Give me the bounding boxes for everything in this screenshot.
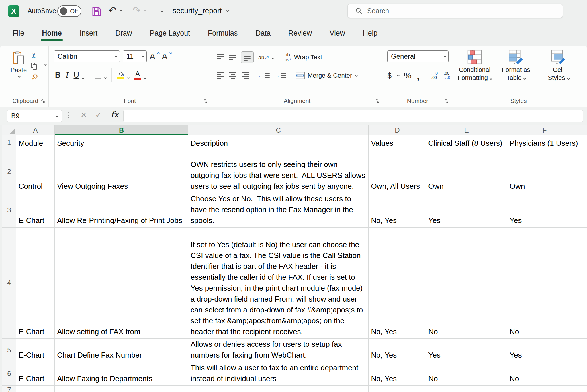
column-header-a[interactable]: A [16, 125, 54, 135]
cell-g3[interactable] [582, 193, 587, 227]
formula-bar-drag-handle[interactable] [68, 112, 69, 118]
cell-b6[interactable]: Allow Faxing to Departments [55, 362, 188, 385]
font-color-button[interactable]: A [134, 70, 146, 80]
tab-page-layout[interactable]: Page Layout [149, 27, 191, 41]
merge-center-button[interactable]: Merge & Center [296, 72, 357, 79]
cell-f3[interactable]: Yes [507, 193, 582, 227]
copy-button[interactable] [31, 63, 37, 70]
row-header-1[interactable]: 1 [2, 135, 16, 150]
cell-b3[interactable]: Allow Re-Printing/Faxing of Print Jobs [55, 193, 188, 227]
column-header-f[interactable]: F [507, 125, 582, 135]
cell-a5[interactable]: E-Chart [16, 338, 54, 362]
column-header-c[interactable]: C [188, 125, 369, 135]
fill-color-button[interactable] [117, 71, 129, 79]
autosave-toggle[interactable]: Off [57, 5, 81, 17]
align-right-button[interactable] [241, 72, 249, 79]
alignment-dialog-launcher[interactable] [375, 99, 380, 104]
excel-logo-icon[interactable]: X [8, 5, 19, 17]
cell-styles-button[interactable]: CellStyles [538, 50, 578, 82]
cell-e1[interactable]: Clinical Staff (8 Users) [426, 135, 507, 150]
underline-button[interactable]: U [74, 71, 84, 80]
align-bottom-button[interactable] [241, 51, 254, 63]
cell-a1[interactable]: Module [16, 135, 54, 150]
cell-d6[interactable]: No, Yes [369, 362, 426, 385]
cell-d7[interactable] [369, 385, 426, 392]
comma-style-button[interactable]: , [417, 72, 420, 79]
cell-e4[interactable]: No [426, 227, 507, 338]
number-dialog-launcher[interactable] [444, 99, 449, 104]
font-name-select[interactable]: Calibri [54, 50, 120, 62]
cell-c5[interactable]: Allows or denies access for users to set… [188, 338, 369, 362]
format-as-table-button[interactable]: Format asTable [496, 50, 536, 82]
increase-font-size-button[interactable]: A [150, 52, 159, 61]
cell-c4[interactable]: If set to Yes (default is No) the user c… [188, 227, 369, 338]
cut-button[interactable]: ✂ [30, 53, 38, 59]
paste-button[interactable]: Paste [10, 51, 28, 79]
bold-button[interactable]: B [55, 71, 61, 80]
align-top-button[interactable] [217, 54, 224, 61]
redo-button[interactable]: ↷ [132, 5, 146, 16]
cell-c7[interactable] [188, 385, 369, 392]
percent-button[interactable]: % [404, 71, 412, 80]
cell-c6[interactable]: This will allow a user to fax to an enti… [188, 362, 369, 385]
column-header-d[interactable]: D [369, 125, 426, 135]
decrease-decimal-button[interactable]: .00→.0 [443, 71, 450, 80]
row-header-6[interactable]: 6 [2, 362, 16, 385]
align-center-button[interactable] [229, 72, 236, 79]
row-header-7[interactable]: 7 [2, 385, 16, 392]
cell-d2[interactable]: Own, All Users [369, 150, 426, 193]
increase-indent-button[interactable]: → [274, 72, 286, 79]
row-header-2[interactable]: 2 [2, 150, 16, 193]
select-all-button[interactable] [2, 125, 16, 135]
cell-g2[interactable] [582, 150, 587, 193]
tab-help[interactable]: Help [362, 27, 378, 41]
formula-input[interactable] [123, 110, 583, 122]
column-header-e[interactable]: E [426, 125, 507, 135]
cell-e2[interactable]: Own [426, 150, 507, 193]
tab-insert[interactable]: Insert [79, 27, 98, 41]
undo-button[interactable]: ↶ [108, 5, 122, 16]
cell-a6[interactable]: E-Chart [16, 362, 54, 385]
italic-button[interactable]: I [66, 71, 69, 80]
font-dialog-launcher[interactable] [203, 99, 208, 104]
currency-button[interactable]: $ [387, 71, 392, 80]
decrease-indent-button[interactable]: ← [258, 72, 270, 79]
tab-formulas[interactable]: Formulas [207, 27, 238, 41]
customize-toolbar-button[interactable] [159, 9, 164, 13]
cell-f2[interactable]: Own [507, 150, 582, 193]
align-left-button[interactable] [217, 72, 224, 79]
tab-file[interactable]: File [12, 27, 25, 41]
cell-d3[interactable]: No, Yes [369, 193, 426, 227]
font-size-select[interactable]: 11 [123, 50, 147, 62]
cell-g5[interactable] [582, 338, 587, 362]
cell-e6[interactable]: No [426, 362, 507, 385]
cell-e5[interactable]: Yes [426, 338, 507, 362]
conditional-formatting-button[interactable]: ConditionalFormatting [455, 50, 495, 82]
format-painter-button[interactable] [31, 73, 38, 80]
cell-b1[interactable]: Security [55, 135, 188, 150]
cell-g7[interactable] [582, 385, 587, 392]
cell-e3[interactable]: Yes [426, 193, 507, 227]
enter-icon[interactable]: ✓ [95, 110, 102, 120]
cell-b2[interactable]: View Outgoing Faxes [55, 150, 188, 193]
cell-f7[interactable] [507, 385, 582, 392]
insert-function-button[interactable]: fx [111, 110, 118, 119]
tab-review[interactable]: Review [288, 27, 312, 41]
column-header-g-sliver[interactable] [582, 125, 587, 135]
column-header-b[interactable]: B [55, 125, 188, 135]
cell-a3[interactable]: E-Chart [16, 193, 54, 227]
orientation-button[interactable]: ab↗ [258, 54, 275, 61]
row-header-5[interactable]: 5 [2, 338, 16, 362]
cell-c1[interactable]: Description [188, 135, 369, 150]
tab-home[interactable]: Home [41, 27, 62, 41]
borders-button[interactable] [94, 71, 106, 79]
tab-data[interactable]: Data [255, 27, 271, 41]
cell-a4[interactable]: E-Chart [16, 227, 54, 338]
document-title[interactable]: security_report [173, 6, 228, 15]
cell-f6[interactable]: No [507, 362, 582, 385]
cell-c2[interactable]: OWN restricts users to only seeing their… [188, 150, 369, 193]
clipboard-mini-dropdown-icon[interactable] [44, 63, 47, 66]
tab-draw[interactable]: Draw [115, 27, 132, 41]
cell-f5[interactable]: Yes [507, 338, 582, 362]
cell-e7[interactable] [426, 385, 507, 392]
